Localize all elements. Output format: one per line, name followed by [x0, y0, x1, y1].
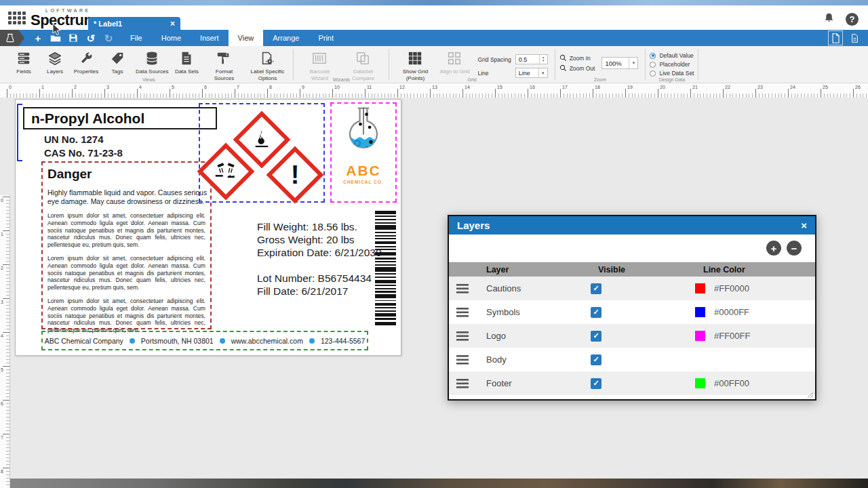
ruler-number: 5: [172, 85, 174, 89]
layer-color-swatch[interactable]: [695, 307, 705, 317]
properties-button-label: Properties: [74, 68, 98, 75]
layer-visible-checkbox[interactable]: ✓: [591, 331, 601, 342]
layer-row-body[interactable]: Body✓: [449, 348, 815, 371]
layer-row-footer[interactable]: Footer✓#00FF00: [449, 371, 815, 395]
line-type-select[interactable]: Line ▾: [515, 68, 548, 78]
barcode-bar: [375, 307, 396, 308]
layer-color-cell: #00FF00: [693, 378, 815, 388]
database-icon: [144, 50, 159, 66]
new-label-button[interactable]: +: [31, 32, 45, 44]
menubar: + ↺ ↻ FileHomeInsertViewArrangePrint: [0, 30, 868, 46]
spinner-arrows-icon[interactable]: ▲▼: [539, 55, 547, 64]
barcode-bar: [375, 313, 396, 317]
radio-icon[interactable]: [650, 70, 656, 77]
drag-handle-icon[interactable]: [449, 284, 476, 293]
layer-visible-checkbox[interactable]: ✓: [591, 378, 601, 389]
layers-button-label: Layers: [47, 68, 63, 75]
drag-handle-icon[interactable]: [449, 379, 476, 388]
layers-panel-titlebar[interactable]: Layers ×: [449, 216, 815, 235]
menu-item-print[interactable]: Print: [309, 30, 343, 46]
design-data-option-1[interactable]: Placeholder: [650, 61, 694, 68]
remove-layer-button[interactable]: −: [787, 241, 802, 256]
layer-row-logo[interactable]: Logo✓#FF00FF: [449, 324, 815, 348]
ruler-number: 10: [334, 85, 340, 89]
undo-button[interactable]: ↺: [84, 32, 98, 44]
layer-color-value: #0000FF: [714, 307, 749, 317]
menu-item-home[interactable]: Home: [152, 30, 191, 46]
ribbon-group-zoom: Zoom In Zoom Out 100% ▾ Zoom: [555, 46, 646, 83]
ruler-number: 0: [1, 198, 3, 203]
menu-item-view[interactable]: View: [229, 30, 264, 46]
drag-handle-icon[interactable]: [449, 331, 476, 341]
zoom-level-select[interactable]: 100% ▾: [601, 57, 638, 69]
layer-row-symbols[interactable]: Symbols✓#0000FF: [449, 300, 815, 324]
layers-icon: [47, 50, 62, 66]
radio-icon[interactable]: [650, 53, 656, 59]
body-layer-region[interactable]: Fill Weight: 18.56 lbs.Gross Weight: 20 …: [257, 220, 382, 298]
label-sheet[interactable]: n-Propyl Alcohol UN No. 1274 CAS No. 71-…: [15, 99, 401, 356]
document-icon-1[interactable]: [829, 31, 842, 45]
notifications-bell-icon[interactable]: [823, 12, 835, 26]
ruler-number: 26: [855, 85, 861, 89]
layer-color-swatch[interactable]: [695, 331, 705, 341]
add-layer-button[interactable]: +: [766, 241, 781, 256]
layer-color-swatch[interactable]: [695, 378, 705, 388]
align-to-grid-button[interactable]: Align to Grid: [437, 49, 472, 77]
footer-layer-region[interactable]: ABC Chemical CompanyPortsmouth, NH 03801…: [41, 331, 368, 350]
label-title-field[interactable]: n-Propyl Alcohol: [23, 107, 217, 129]
menu-item-insert[interactable]: Insert: [191, 30, 229, 46]
column-header-visible: Visible: [588, 265, 693, 274]
menu-item-arrange[interactable]: Arrange: [263, 30, 309, 46]
ruler-number: 3: [1, 300, 3, 304]
layer-visible-checkbox[interactable]: ✓: [591, 283, 601, 294]
layers-panel: Layers × + − Layer Visible Line Color Ca…: [448, 215, 816, 401]
line-label: Line: [478, 70, 511, 77]
drag-handle-icon[interactable]: [449, 308, 476, 317]
barcode-bar: [375, 235, 396, 237]
zoom-out-button[interactable]: Zoom Out: [559, 64, 595, 72]
compare-icon: [355, 50, 370, 66]
hazard-statement: Highly flammable liquid and vapor. Cause…: [47, 188, 218, 206]
layer-color-swatch[interactable]: [695, 283, 705, 293]
layer-name: Symbols: [476, 307, 588, 317]
radio-icon[interactable]: [650, 62, 656, 68]
panel-close-icon[interactable]: ×: [801, 220, 807, 231]
app-icon[interactable]: [0, 30, 24, 46]
layer-visible-checkbox[interactable]: ✓: [591, 307, 601, 318]
barcode-bar: [375, 211, 396, 214]
design-canvas[interactable]: 01234567891011 n-Propyl Alcohol UN No. 1…: [0, 98, 868, 479]
grid-spacing-input[interactable]: 0.5 ▲▼: [515, 54, 548, 64]
screen: LOFTWARE Spectrum ? * Label1 × +: [0, 0, 868, 488]
layer-visible-checkbox[interactable]: ✓: [591, 354, 601, 365]
menu-item-file[interactable]: File: [121, 30, 152, 46]
body-line: Expiration Date: 6/21/2030: [257, 246, 382, 259]
open-folder-button[interactable]: [49, 32, 62, 44]
cautions-layer-region[interactable]: Danger Highly flammable liquid and vapor…: [41, 161, 212, 329]
ruler-number: 4: [139, 85, 142, 89]
save-button[interactable]: [66, 32, 80, 44]
corrosion-icon: [214, 160, 237, 183]
help-icon[interactable]: ?: [846, 13, 859, 26]
document-icon-2[interactable]: [848, 31, 861, 45]
logo-layer-region[interactable]: ABC CHEMICAL CO.: [330, 102, 397, 203]
un-cas-fields[interactable]: UN No. 1274 CAS No. 71-23-8: [44, 133, 123, 160]
layers-panel-title: Layers: [457, 220, 490, 231]
panel-resize-handle[interactable]: [808, 392, 813, 398]
layer-color-cell: #FF0000: [693, 283, 815, 293]
drag-handle-icon[interactable]: [449, 355, 476, 365]
barcode-bar: [375, 261, 396, 262]
barcode[interactable]: [375, 211, 396, 327]
design-data-option-0[interactable]: Default Value: [650, 52, 694, 59]
barcode-bar: [375, 310, 396, 312]
document-tab[interactable]: * Label1 ×: [88, 17, 180, 30]
layer-row-cautions[interactable]: Cautions✓#FF0000: [449, 277, 815, 300]
tab-close-icon[interactable]: ×: [170, 19, 175, 28]
barcode-bar: [375, 238, 396, 239]
barcode-bar: [375, 232, 396, 234]
group-label-wizards: Wizards: [294, 77, 389, 82]
design-data-option-2[interactable]: Live Data Set: [650, 70, 694, 77]
ruler-number: 2: [74, 85, 77, 89]
design-data-option-label: Live Data Set: [659, 70, 694, 77]
zoom-in-button[interactable]: Zoom In: [559, 54, 595, 62]
redo-button[interactable]: ↻: [102, 32, 115, 44]
